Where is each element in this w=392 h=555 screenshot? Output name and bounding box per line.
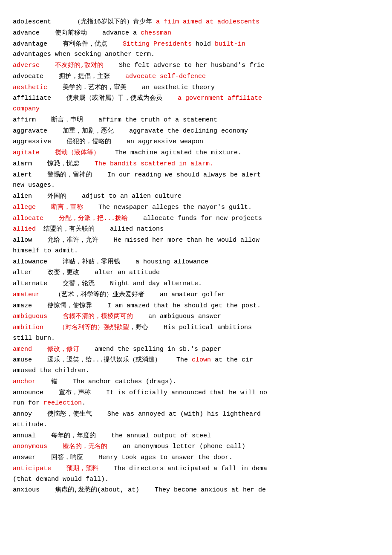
black-text [51,465,66,472]
black-text [40,149,55,156]
black-text: allowance 津贴，补贴，零用钱 a housing allowance [13,258,208,266]
entry-line: himself to admit. [13,246,379,257]
black-text: advocate 拥护，提倡，主张 [13,73,125,80]
dictionary-content: adolescent （尤指16岁以下的）青少年 a film aimed at… [13,17,379,496]
black-text: ，野心 His political ambitions [129,324,252,331]
red-text: anticipate [13,465,51,472]
red-text: Sitting Presidents [123,40,192,48]
black-text: The directors anticipated a fall in dema [98,465,267,472]
black-text: affirm 断言，申明 affirm the truth of a state… [13,116,217,124]
red-text: 匿名的，无名的 [63,443,107,450]
red-text: ambition [13,324,43,331]
black-text: advantage [13,40,47,48]
entry-line: allowance 津贴，补贴，零用钱 a housing allowance [13,257,379,268]
entry-anxious: anxious 焦虑的,发愁的(about, at) They become a… [13,485,379,496]
black-text: an anonymous letter (phone call) [107,443,245,450]
entry-allege: allege 断言，宣称 The newspaper alleges the m… [13,202,379,213]
red-text: 修改，修订 [47,346,79,353]
entry-amaze: amaze 使惊愕，使惊异 I am amazed that he should… [13,301,379,312]
entry-line: annual 每年的，年度的 the annual output of stee… [13,431,379,442]
entry-line: adolescent （尤指16岁以下的）青少年 a film aimed at… [13,17,379,28]
entry-allocate: allocate 分配，分派，把...拨给 allocate funds for… [13,214,379,224]
black-text [47,443,63,450]
entry-line: attitude. [13,420,379,431]
entry-line: allege 断言，宣称 The newspaper alleges the m… [13,202,379,213]
black-text: amuse 逗乐，逗笑，给...提供娱乐（或消遣） The [13,356,192,364]
entry-line: agitate 搅动（液体等） The machine agitated the… [13,148,379,159]
entry-line: adverse 不友好的,敌对的 She felt adverse to her… [13,61,379,71]
entry-allow: allow 允给，准许，允许 He missed her more than h… [13,235,379,257]
red-text: ambiguous [13,313,47,320]
entry-line: amaze 使惊愕，使惊异 I am amazed that he should… [13,301,379,312]
black-text: run for [13,399,43,407]
entry-line: answer 回答，响应 Henry took ages to answer t… [13,453,379,463]
entry-line: amend 修改，修订 amend the spelling in sb.'s … [13,344,379,355]
entry-line: anxious 焦虑的,发愁的(about, at) They become a… [13,485,379,496]
red-text: agitate [13,149,40,156]
red-text: allocate [13,215,43,222]
entry-adverse: adverse 不友好的,敌对的 She felt adverse to her… [13,61,379,71]
black-text: new usages. [13,182,55,189]
entry-line: advance 使向前移动 advance a chessman [13,28,379,39]
entry-line: aesthetic 美学的，艺术的，审美 an aesthetic theory [13,83,379,93]
red-text: chessman [141,29,171,37]
red-text: 搅动（液体等） [55,149,100,156]
entry-line: advocate 拥护，提倡，主张 advocate self-defence [13,72,379,82]
entry-line: aggressive 侵犯的，侵略的 an aggressive weapon [13,137,379,147]
entry-alarm: alarm 惊恐，忧虑 The bandits scattered in ala… [13,159,379,170]
black-text: alarm 惊恐，忧虑 [13,160,95,168]
red-text: company [13,105,40,113]
entry-line: allocate 分配，分派，把...拨给 allocate funds for… [13,214,379,224]
black-text [47,313,63,320]
black-text: allow 允给，准许，允许 He missed her more than h… [13,237,259,244]
entry-ambiguous: ambiguous 含糊不清的，模棱两可的 an ambiguous answe… [13,312,379,322]
entry-advantage: advantage 有利条件，优点 Sitting Presidents hol… [13,39,379,61]
red-text: allied [13,225,36,233]
entry-affliliate: affliliate 使隶属（或附属）于，使成为会员 a government … [13,93,379,115]
black-text: alter 改变，更改 alter an attitude [13,269,160,276]
entry-line: alter 改变，更改 alter an attitude [13,268,379,278]
entry-adolescent: adolescent （尤指16岁以下的）青少年 a film aimed at… [13,17,379,28]
black-text: 美学的，艺术的，审美 an aesthetic theory [47,84,215,91]
red-text: built-in [215,40,245,48]
entry-line: advantage 有利条件，优点 Sitting Presidents hol… [13,39,379,50]
black-text: 使向前移动 advance a [40,29,141,37]
black-text [40,62,55,69]
entry-allowance: allowance 津贴，补贴，零用钱 a housing allowance [13,257,379,268]
black-text: （艺术，科学等的）业余爱好者 an amateur golfer [40,291,225,298]
red-text: 断言，宣称 [51,204,83,211]
red-text: anonymous [13,443,47,450]
black-text: The machine agitated the mixture. [100,149,242,156]
black-text: anxious 焦虑的,发愁的(about, at) They become a… [13,486,266,494]
entry-line: allow 允给，准许，允许 He missed her more than h… [13,235,379,246]
entry-line: new usages. [13,180,379,191]
entry-line: still burn. [13,333,379,344]
black-text [36,204,51,211]
entry-line: company [13,104,379,115]
red-text: 含糊不清的，模棱两可的 [63,313,133,320]
red-text: clown [192,356,211,364]
entry-amuse: amuse 逗乐，逗笑，给...提供娱乐（或消遣） The clown at t… [13,355,379,376]
black-text: alternate 交替，轮流 Night and day alternate. [13,280,202,287]
entry-line: anonymous 匿名的，无名的 an anonymous letter (p… [13,442,379,452]
entry-line: announce 宣布，声称 It is officially announce… [13,388,379,399]
black-text: advance [13,29,40,37]
red-text: anchor [13,378,36,385]
black-text: allocate funds for new projects [128,215,262,222]
entry-line: alarm 惊恐，忧虑 The bandits scattered in ala… [13,159,379,170]
red-text: 分配，分派，把...拨给 [59,215,128,222]
red-text: amend [13,346,32,353]
entry-line: alien 外国的 adjust to an alien culture [13,191,379,202]
entry-allied: allied 结盟的，有关联的 allied nations [13,224,379,235]
entry-advance: advance 使向前移动 advance a chessman [13,28,379,39]
entry-amend: amend 修改，修订 amend the spelling in sb.'s … [13,344,379,355]
entry-line: anticipate 预期，预料 The directors anticipat… [13,464,379,474]
red-text: 不友好的,敌对的 [55,62,104,69]
black-text: still burn. [13,335,55,342]
entry-line: advantages when seeking another term. [13,49,379,60]
entry-line: run for reelection. [13,398,379,409]
entry-line: annoy 使恼怒，使生气 She was annoyed at (with) … [13,409,379,420]
red-text: allege [13,204,36,211]
entry-advocate: advocate 拥护，提倡，主张 advocate self-defence [13,72,379,82]
entry-aesthetic: aesthetic 美学的，艺术的，审美 an aesthetic theory [13,83,379,93]
